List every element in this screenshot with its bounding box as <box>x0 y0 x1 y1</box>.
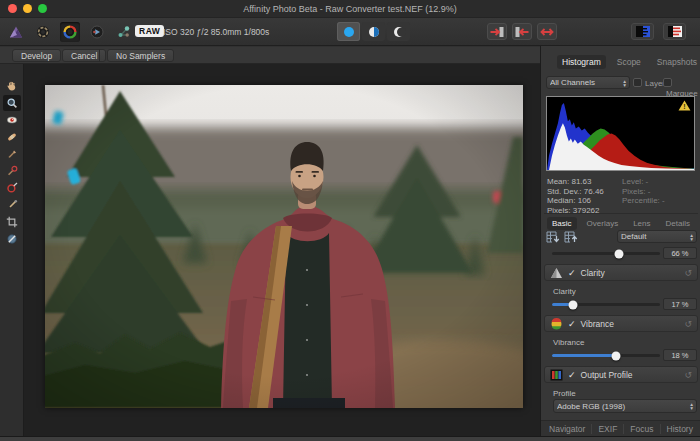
tab-overlays[interactable]: Overlays <box>582 217 624 230</box>
apply-left-icon[interactable] <box>512 23 532 40</box>
vibrance-value[interactable]: 18 % <box>663 349 697 361</box>
sampler-tool-icon[interactable] <box>3 197 21 213</box>
exif-summary: ISO 320 ƒ/2 85.0mm 1/800s <box>163 27 269 37</box>
reset-icon[interactable]: ↺ <box>684 370 692 380</box>
clarity-slider[interactable] <box>552 303 660 306</box>
preset-io-group <box>546 231 578 246</box>
clipping-toggles-group <box>631 23 686 40</box>
single-view-button[interactable] <box>337 22 360 41</box>
pan-tool-icon[interactable] <box>3 78 21 94</box>
mask-tool-icon[interactable] <box>3 231 21 247</box>
clarity-section-header[interactable]: ✓ Clarity ↺ <box>544 264 698 281</box>
overlay-erase-tool-icon[interactable] <box>3 163 21 179</box>
stat-percentile: Percentile: - <box>622 196 665 206</box>
window-title: Affinity Photo Beta - Raw Converter test… <box>0 4 700 14</box>
swap-sides-icon[interactable] <box>537 23 557 40</box>
clipping-warning-icon: ! <box>678 100 691 113</box>
output-profile-icon <box>550 369 563 381</box>
document-canvas[interactable] <box>25 64 539 436</box>
apply-right-icon[interactable] <box>487 23 507 40</box>
stepper-icon: ▴▾ <box>690 233 693 241</box>
histogram-options-row: All Channels ▴▾ Layer Marquee <box>541 76 700 90</box>
tab-exif[interactable]: EXIF <box>592 424 624 434</box>
output-profile-section-header[interactable]: ✓ Output Profile ↺ <box>544 366 698 383</box>
view-mode-group <box>337 22 410 41</box>
profile-dropdown[interactable]: Adobe RGB (1998) ▴▾ <box>553 399 697 413</box>
no-samplers-button[interactable]: No Samplers <box>107 49 174 62</box>
window-bottom-edge <box>0 436 700 441</box>
section-enabled-check-icon[interactable]: ✓ <box>568 319 576 329</box>
stat-median: Median: 106 <box>547 196 604 206</box>
tab-snapshots[interactable]: Snapshots <box>652 55 700 69</box>
section-enabled-check-icon[interactable]: ✓ <box>568 370 576 380</box>
photo-raw-preview[interactable] <box>45 85 523 408</box>
stepper-icon: ▴▾ <box>623 79 626 87</box>
split-view-button[interactable] <box>362 22 385 41</box>
zoom-tool-icon[interactable] <box>3 95 21 111</box>
channels-dropdown[interactable]: All Channels ▴▾ <box>546 76 630 89</box>
svg-text:!: ! <box>683 102 685 111</box>
histogram-stats-right: Level: - Pixels: - Percentile: - <box>622 177 665 206</box>
tab-focus[interactable]: Focus <box>624 424 660 434</box>
export-persona-icon[interactable] <box>114 22 134 42</box>
highlight-clipping-icon[interactable] <box>663 23 686 40</box>
bottom-tab-bar: Navigator EXIF Focus History <box>541 420 700 436</box>
section-enabled-check-icon[interactable]: ✓ <box>568 268 576 278</box>
vibrance-icon <box>550 318 563 330</box>
red-eye-tool-icon[interactable] <box>3 112 21 128</box>
right-panel: Histogram Scope Snapshots All Channels ▴… <box>540 46 700 436</box>
blemish-removal-tool-icon[interactable] <box>3 129 21 145</box>
preset-opacity-slider[interactable] <box>552 252 660 255</box>
histogram-display[interactable]: ! <box>546 96 695 171</box>
slider-handle[interactable] <box>568 300 577 309</box>
slider-handle[interactable] <box>611 351 620 360</box>
photo-persona-icon[interactable] <box>6 22 26 42</box>
vibrance-slider[interactable] <box>552 354 660 357</box>
layer-checkbox[interactable]: Layer <box>633 78 665 88</box>
stat-pixels-sel: Pixels: - <box>622 187 665 197</box>
profile-label: Profile <box>553 389 576 398</box>
reset-icon[interactable]: ↺ <box>684 268 692 278</box>
tab-lens[interactable]: Lens <box>628 217 655 230</box>
stepper-icon: ▴▾ <box>690 402 693 410</box>
stat-mean: Mean: 81.63 <box>547 177 604 187</box>
tool-strip <box>0 64 24 436</box>
tab-details[interactable]: Details <box>660 217 694 230</box>
preset-import-icon[interactable] <box>546 231 560 246</box>
slider-handle[interactable] <box>614 249 623 258</box>
tab-basic[interactable]: Basic <box>547 217 577 230</box>
clarity-slider-label: Clarity <box>553 287 576 296</box>
vibrance-slider-label: Vibrance <box>553 338 584 347</box>
stat-stddev: Std. Dev.: 76.46 <box>547 187 604 197</box>
histogram-stats-left: Mean: 81.63 Std. Dev.: 76.46 Median: 106… <box>547 177 604 215</box>
histogram-tab-bar: Histogram Scope Snapshots <box>541 55 700 69</box>
preset-dropdown[interactable]: Default ▴▾ <box>617 230 697 243</box>
tab-scope[interactable]: Scope <box>612 55 646 69</box>
sync-buttons-group <box>487 23 557 40</box>
clarity-value[interactable]: 17 % <box>663 298 697 310</box>
tab-histogram[interactable]: Histogram <box>557 55 606 69</box>
mirror-view-button[interactable] <box>387 22 410 41</box>
overlay-paint-tool-icon[interactable] <box>3 146 21 162</box>
adjustment-tab-bar: Basic Overlays Lens Details Tones <box>541 217 700 230</box>
liquify-persona-icon[interactable] <box>33 22 53 42</box>
crop-tool-icon[interactable] <box>3 214 21 230</box>
main-area: Histogram Scope Snapshots All Channels ▴… <box>0 64 700 436</box>
shadow-clipping-icon[interactable] <box>631 23 654 40</box>
reset-icon[interactable]: ↺ <box>684 319 692 329</box>
vibrance-section-header[interactable]: ✓ Vibrance ↺ <box>544 315 698 332</box>
stat-level: Level: - <box>622 177 665 187</box>
develop-button[interactable]: Develop <box>12 49 61 62</box>
preset-opacity-value[interactable]: 66 % <box>663 247 697 259</box>
marquee-checkbox[interactable]: Marquee <box>663 78 700 98</box>
overlay-gradient-tool-icon[interactable] <box>3 180 21 196</box>
raw-badge: RAW <box>135 25 164 37</box>
slider-fill <box>552 354 616 357</box>
divider <box>99 49 100 62</box>
tab-history[interactable]: History <box>661 424 699 434</box>
tab-navigator[interactable]: Navigator <box>543 424 592 434</box>
develop-persona-icon[interactable] <box>60 22 80 42</box>
preset-export-icon[interactable] <box>564 231 578 246</box>
tone-map-persona-icon[interactable] <box>87 22 107 42</box>
titlebar: Affinity Photo Beta - Raw Converter test… <box>0 0 700 18</box>
